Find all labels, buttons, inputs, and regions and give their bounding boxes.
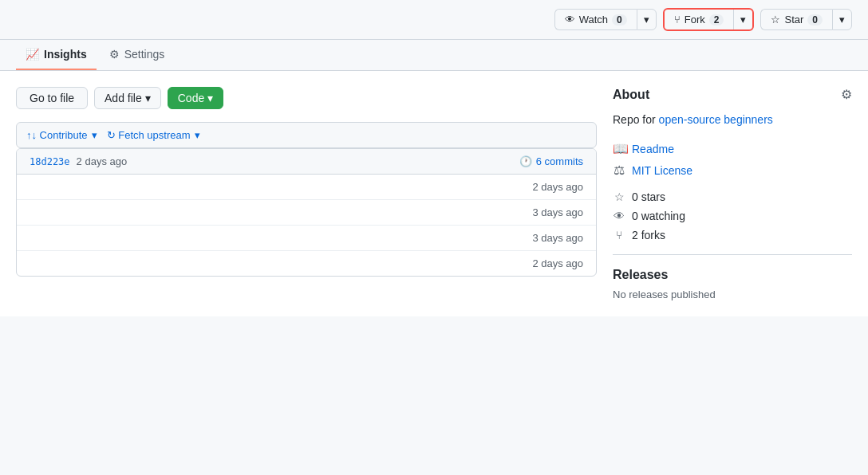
star-button-group: ☆ Star 0 ▾: [760, 9, 852, 30]
table-row: 3 days ago: [17, 200, 596, 226]
fork-label: Fork: [685, 14, 705, 26]
code-dropdown-icon: ▾: [207, 92, 213, 104]
releases-title: Releases: [613, 268, 852, 282]
file-time-4: 2 days ago: [532, 257, 583, 269]
branch-actions: ↑↓ Contribute ▾ ↻ Fetch upstream ▾: [26, 129, 200, 141]
watch-label: Watch: [579, 14, 608, 26]
readme-link[interactable]: 📖 Readme: [613, 141, 852, 156]
insights-icon: 📈: [26, 48, 39, 61]
license-link[interactable]: ⚖ MIT License: [613, 163, 852, 178]
contribute-label: ↑↓ Contribute: [26, 129, 88, 141]
code-button[interactable]: Code ▾: [168, 87, 223, 109]
gear-icon[interactable]: ⚙: [841, 87, 852, 102]
left-panel: Go to file Add file ▾ Code ▾ ↑↓ Contribu…: [16, 87, 597, 300]
about-desc-1: Repo for: [613, 113, 659, 126]
commits-header: 18d223e 2 days ago 🕐 6 commits: [17, 149, 596, 175]
watch-count: 0: [612, 14, 627, 26]
watch-dropdown[interactable]: ▾: [637, 9, 657, 30]
fetch-label: ↻ Fetch upstream: [107, 129, 191, 141]
about-desc-highlight: open-source beginners: [659, 113, 773, 126]
about-links: 📖 Readme ⚖ MIT License: [613, 141, 852, 178]
table-row: 2 days ago: [17, 175, 596, 200]
clock-icon: 🕐: [519, 155, 532, 167]
watch-button-group: 👁 Watch 0 ▾: [554, 9, 657, 30]
fork-count: 2: [709, 14, 724, 26]
watching-count: 0 watching: [632, 210, 685, 222]
file-time-2: 3 days ago: [532, 206, 583, 218]
watching-stat: 👁 0 watching: [613, 210, 852, 222]
divider: [613, 254, 852, 255]
repo-actions: Go to file Add file ▾ Code ▾: [16, 87, 597, 109]
commit-hash[interactable]: 18d223e: [30, 156, 70, 167]
star-icon: ☆: [771, 14, 780, 26]
fork-dropdown[interactable]: ▾: [733, 10, 752, 29]
commits-table: 18d223e 2 days ago 🕐 6 commits 2 days ag…: [16, 148, 597, 277]
commit-time: 2 days ago: [77, 155, 128, 167]
eye-stat-icon: 👁: [613, 210, 625, 222]
releases-none-text: No releases published: [613, 289, 852, 300]
add-file-dropdown-icon: ▾: [145, 92, 151, 104]
fetch-upstream-button[interactable]: ↻ Fetch upstream ▾: [107, 129, 200, 141]
main-content: Go to file Add file ▾ Code ▾ ↑↓ Contribu…: [0, 71, 868, 316]
star-count: 0: [807, 14, 823, 26]
about-stats: ☆ 0 stars 👁 0 watching ⑂ 2 forks: [613, 190, 852, 241]
contribute-dropdown-icon: ▾: [92, 129, 97, 141]
readme-label: Readme: [632, 143, 674, 155]
about-description: Repo for open-source beginners: [613, 112, 852, 128]
file-time-3: 3 days ago: [532, 232, 583, 244]
fork-stat-icon: ⑂: [613, 229, 625, 241]
go-to-file-button[interactable]: Go to file: [16, 87, 88, 109]
about-section: About ⚙ Repo for open-source beginners 📖…: [613, 87, 852, 300]
code-label: Code: [178, 92, 204, 104]
settings-label: Settings: [124, 48, 165, 61]
fork-icon: ⑂: [674, 14, 681, 26]
commits-info: 18d223e 2 days ago: [30, 155, 127, 167]
tab-settings[interactable]: ⚙ Settings: [100, 40, 175, 70]
table-row: 3 days ago: [17, 226, 596, 251]
add-file-button[interactable]: Add file ▾: [94, 87, 161, 109]
license-label: MIT License: [632, 164, 692, 177]
eye-icon: 👁: [565, 14, 575, 26]
insights-label: Insights: [44, 48, 87, 61]
forks-stat: ⑂ 2 forks: [613, 229, 852, 241]
settings-icon: ⚙: [109, 48, 120, 61]
fork-button[interactable]: ⑂ Fork 2: [665, 10, 734, 29]
stars-stat: ☆ 0 stars: [613, 190, 852, 203]
star-button[interactable]: ☆ Star 0: [760, 9, 832, 30]
star-stat-icon: ☆: [613, 190, 625, 203]
tab-insights[interactable]: 📈 Insights: [16, 40, 97, 70]
branch-toolbar: ↑↓ Contribute ▾ ↻ Fetch upstream ▾: [16, 122, 597, 148]
about-header: About ⚙: [613, 87, 852, 102]
scale-icon: ⚖: [613, 163, 625, 178]
about-title: About: [613, 88, 649, 102]
table-row: 2 days ago: [17, 251, 596, 276]
forks-count: 2 forks: [632, 229, 665, 241]
star-dropdown[interactable]: ▾: [832, 9, 852, 30]
commits-count: 6 commits: [536, 155, 583, 167]
file-time-1: 2 days ago: [532, 181, 583, 193]
commits-link[interactable]: 🕐 6 commits: [519, 155, 583, 167]
go-to-file-label: Go to file: [30, 92, 74, 104]
stars-count: 0 stars: [632, 190, 665, 203]
book-icon: 📖: [613, 141, 625, 156]
right-panel: About ⚙ Repo for open-source beginners 📖…: [613, 87, 852, 300]
contribute-button[interactable]: ↑↓ Contribute ▾: [26, 129, 97, 141]
fork-button-group: ⑂ Fork 2 ▾: [663, 8, 755, 31]
add-file-label: Add file: [105, 92, 142, 104]
fetch-dropdown-icon: ▾: [195, 129, 200, 141]
top-bar: 👁 Watch 0 ▾ ⑂ Fork 2 ▾ ☆ Star 0 ▾: [0, 0, 868, 40]
watch-button[interactable]: 👁 Watch 0: [554, 9, 637, 30]
nav-tabs: 📈 Insights ⚙ Settings: [0, 40, 868, 71]
star-label: Star: [784, 14, 803, 26]
